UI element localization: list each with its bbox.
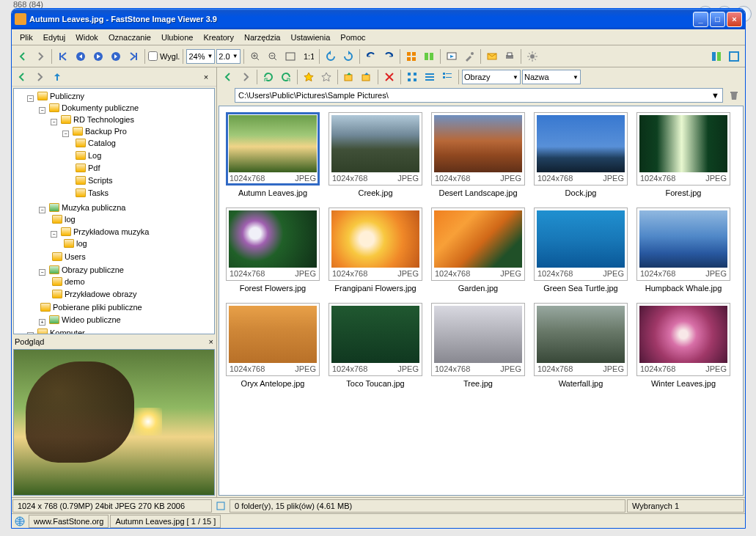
preview-close-button[interactable]: × (209, 337, 213, 346)
thumbnail-item[interactable]: 1024x768JPEGDesert Landscape.jpg (430, 112, 526, 197)
tree-node-catalog[interactable]: Catalog (74, 138, 117, 148)
expand-toggle[interactable]: − (27, 95, 34, 102)
compare-button[interactable] (421, 48, 437, 65)
thumbnail-grid[interactable]: 1024x768JPEGAutumn Leaves.jpg1024x768JPE… (219, 106, 744, 496)
refresh-button[interactable] (260, 69, 276, 85)
view-thumbs-button[interactable] (404, 69, 420, 85)
globe-icon[interactable] (12, 513, 28, 529)
tree-forward-button[interactable] (32, 69, 48, 85)
tree-node-komputer[interactable]: Komputer (36, 328, 87, 334)
menu-ulubione[interactable]: Ulubione (156, 31, 198, 44)
fit-button[interactable] (282, 48, 298, 65)
menu-plik[interactable]: Plik (15, 31, 38, 44)
nav-forward-button[interactable] (32, 48, 48, 65)
tree-node-users[interactable]: Users (51, 252, 87, 262)
expand-toggle[interactable]: − (51, 231, 57, 238)
tree-node-tasks[interactable]: Tasks (74, 188, 110, 198)
thumbnail-item[interactable]: 1024x768JPEGHumpback Whale.jpg (636, 208, 731, 293)
prev-button[interactable] (73, 48, 89, 65)
undo-button[interactable] (363, 48, 379, 65)
move-to-button[interactable] (359, 69, 375, 85)
email-button[interactable] (484, 48, 500, 65)
expand-toggle[interactable]: − (39, 269, 45, 276)
tree-up-button[interactable] (49, 69, 65, 85)
layout-toggle-button[interactable] (708, 48, 724, 65)
thumbnail-item[interactable]: 1024x768JPEGGarden.jpg (430, 208, 526, 293)
view-list-button[interactable] (422, 69, 438, 85)
zoom-in-button[interactable] (247, 48, 263, 65)
folder-tree[interactable]: −Publiczny −Dokumenty publiczne −RD Tech… (13, 88, 215, 334)
tree-node-log3[interactable]: log (62, 238, 89, 249)
scale-combo[interactable]: 2.0▼ (216, 49, 240, 64)
fullscreen-button[interactable] (726, 48, 742, 65)
thumbnail-item[interactable]: 1024x768JPEGWinter Leaves.jpg (636, 303, 731, 388)
thumbnail-item[interactable]: 1024x768JPEGAutumn Leaves.jpg (225, 112, 320, 197)
preview-pane[interactable] (13, 349, 215, 496)
thumbnail-item[interactable]: 1024x768JPEGCreek.jpg (328, 112, 423, 197)
tree-close-button[interactable]: × (198, 69, 214, 85)
tag-button[interactable] (318, 69, 334, 85)
sort-combo[interactable]: Nazwa▼ (522, 70, 581, 84)
last-button[interactable] (125, 48, 142, 65)
tree-node-dokumenty[interactable]: Dokumenty publiczne (48, 103, 140, 113)
tree-node-log2[interactable]: log (51, 214, 77, 224)
copy-to-button[interactable] (341, 69, 357, 85)
thumbnail-item[interactable]: 1024x768JPEGWaterfall.jpg (533, 303, 628, 388)
thumbs-back-button[interactable] (220, 69, 236, 85)
tree-node-wideo[interactable]: Wideo publiczne (48, 315, 122, 325)
tree-node-scripts[interactable]: Scripts (74, 175, 114, 186)
view-checkbox[interactable]: Wygl. (148, 51, 180, 61)
thumbnail-item[interactable]: 1024x768JPEGForest Flowers.jpg (225, 208, 320, 293)
slideshow-button[interactable] (444, 48, 460, 65)
trash-button[interactable] (726, 87, 742, 103)
redo-button[interactable] (381, 48, 397, 65)
next-button[interactable] (108, 48, 124, 65)
refresh-tree-button[interactable] (278, 69, 294, 85)
tree-node-rd[interactable]: RD Technologies (59, 114, 136, 125)
expand-toggle[interactable]: + (27, 332, 34, 334)
status-url[interactable]: www.FastStone.org (29, 515, 109, 528)
thumbnail-item[interactable]: 1024x768JPEGDock.jpg (533, 112, 628, 197)
print-button[interactable] (502, 48, 518, 65)
status-fit-button[interactable] (213, 498, 229, 514)
expand-toggle[interactable]: − (51, 119, 57, 125)
menu-widok[interactable]: Widok (70, 31, 103, 44)
menu-oznaczanie[interactable]: Oznaczanie (103, 31, 156, 44)
thumbnail-item[interactable]: 1024x768JPEGTree.jpg (430, 303, 526, 388)
close-button[interactable]: × (727, 12, 742, 27)
tree-node-demo[interactable]: demo (51, 276, 87, 287)
settings-button[interactable] (524, 48, 540, 65)
tree-node-pdf[interactable]: Pdf (74, 163, 102, 173)
favorite-button[interactable] (301, 69, 317, 85)
delete-button[interactable] (381, 69, 397, 85)
menu-narzędzia[interactable]: Narzędzia (239, 31, 286, 44)
filter-combo[interactable]: Obrazy▼ (462, 70, 521, 84)
tree-node-obrazy[interactable]: Obrazy publiczne (48, 265, 125, 275)
expand-toggle[interactable]: − (62, 131, 69, 137)
nav-back-button[interactable] (15, 48, 31, 65)
expand-toggle[interactable]: − (39, 107, 45, 114)
minimize-button[interactable]: _ (693, 12, 708, 27)
actual-size-button[interactable]: 1:1 (300, 48, 316, 65)
view-details-button[interactable] (439, 69, 455, 85)
menu-pomoc[interactable]: Pomoc (335, 31, 370, 44)
menu-ustawienia[interactable]: Ustawienia (286, 31, 336, 44)
thumbnails-button[interactable] (403, 48, 419, 65)
titlebar[interactable]: Autumn Leaves.jpg - FastStone Image View… (12, 9, 745, 29)
tree-node-przykmuzyka[interactable]: Przykładowa muzyka (59, 227, 150, 237)
zoom-combo[interactable]: 24%▼ (186, 49, 215, 64)
rotate-right-button[interactable] (340, 48, 356, 65)
thumbnail-item[interactable]: 1024x768JPEGFrangipani Flowers.jpg (328, 208, 423, 293)
thumbnail-item[interactable]: 1024x768JPEGGreen Sea Turtle.jpg (533, 208, 628, 293)
tree-node-log[interactable]: Log (74, 150, 103, 161)
thumbnail-item[interactable]: 1024x768JPEGOryx Antelope.jpg (225, 303, 320, 388)
zoom-out-button[interactable] (265, 48, 281, 65)
menu-edytuj[interactable]: Edytuj (38, 31, 71, 44)
expand-toggle[interactable]: + (39, 319, 45, 326)
maximize-button[interactable]: □ (710, 12, 725, 27)
tree-node-pobierane[interactable]: Pobierane pliki publiczne (39, 302, 144, 312)
tree-back-button[interactable] (14, 69, 30, 85)
thumbnail-item[interactable]: 1024x768JPEGForest.jpg (636, 112, 731, 197)
menu-kreatory[interactable]: Kreatory (198, 31, 239, 44)
first-button[interactable] (55, 48, 71, 65)
